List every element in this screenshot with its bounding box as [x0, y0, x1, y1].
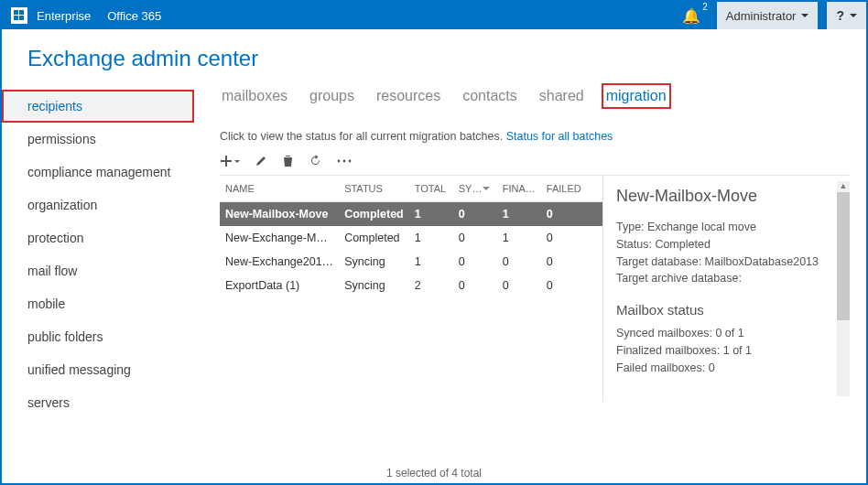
- topbar-tab-enterprise[interactable]: Enterprise: [37, 9, 91, 23]
- svg-point-5: [343, 159, 346, 162]
- tab-shared[interactable]: shared: [537, 86, 586, 106]
- scroll-thumb[interactable]: [837, 192, 850, 320]
- cell-total: 1: [409, 202, 453, 227]
- details-summary: Type: Exchange local moveStatus: Complet…: [616, 219, 844, 287]
- cell-name: New-Exchange-M…: [220, 226, 339, 250]
- cell-status: Syncing: [339, 274, 409, 297]
- cell-fin: 0: [497, 274, 541, 297]
- details-line: Type: Exchange local move: [616, 219, 844, 236]
- sidebar-item-compliance-management[interactable]: compliance management: [2, 156, 194, 189]
- cell-name: New-Exchange201…: [220, 250, 339, 274]
- user-menu[interactable]: Administrator: [717, 2, 819, 29]
- cell-fin: 1: [497, 202, 541, 227]
- edit-button[interactable]: [255, 155, 267, 167]
- sidebar-item-mail-flow[interactable]: mail flow: [2, 254, 194, 287]
- office-logo-icon: [11, 7, 27, 24]
- svg-rect-1: [19, 10, 24, 15]
- notifications-icon[interactable]: 🔔2: [682, 7, 700, 25]
- sidebar-item-recipients[interactable]: recipients: [2, 90, 194, 123]
- help-menu[interactable]: ?: [827, 2, 866, 29]
- tab-mailboxes[interactable]: mailboxes: [220, 86, 289, 106]
- instruction-plain: Click to view the status for all current…: [220, 130, 506, 143]
- cell-name: ExportData (1): [220, 274, 339, 297]
- mailbox-line: Finalized mailboxes: 1 of 1: [616, 342, 844, 360]
- tab-contacts[interactable]: contacts: [461, 86, 519, 106]
- topbar-tab-office365[interactable]: Office 365: [107, 9, 161, 23]
- table-row[interactable]: New-Exchange-M…Completed1010: [220, 226, 602, 250]
- delete-button[interactable]: [282, 155, 294, 167]
- mailbox-status-block: Synced mailboxes: 0 of 1Finalized mailbo…: [616, 325, 844, 376]
- col-spacer: [587, 176, 602, 202]
- notifications-count: 2: [702, 2, 708, 12]
- col-name[interactable]: NAME: [220, 176, 339, 202]
- cell-fail: 0: [541, 250, 587, 274]
- sidebar-item-organization[interactable]: organization: [2, 189, 194, 221]
- svg-point-4: [338, 159, 341, 162]
- cell-sy: 0: [453, 202, 497, 227]
- details-line: Target database: MailboxDatabase2013: [616, 253, 844, 271]
- svg-point-6: [349, 159, 352, 162]
- status-all-batches-link[interactable]: Status for all batches: [506, 130, 613, 143]
- cell-fail: 0: [541, 274, 587, 297]
- svg-rect-3: [19, 16, 24, 20]
- scroll-up-icon[interactable]: ▲: [837, 181, 850, 190]
- cell-sy: 0: [453, 274, 497, 297]
- sidebar-item-mobile[interactable]: mobile: [2, 287, 194, 320]
- cell-status: Completed: [339, 202, 409, 227]
- col-status[interactable]: STATUS: [339, 176, 409, 202]
- cell-total: 2: [409, 274, 453, 297]
- table-row[interactable]: ExportData (1)Syncing2000: [220, 274, 602, 297]
- cell-fail: 0: [541, 226, 587, 250]
- details-title: New-Mailbox-Move: [616, 187, 844, 206]
- mailbox-line: Failed mailboxes: 0: [616, 360, 844, 377]
- cell-name: New-Mailbox-Move: [220, 202, 339, 227]
- cell-sy: 0: [453, 250, 497, 274]
- table-row[interactable]: New-Mailbox-MoveCompleted1010: [220, 202, 602, 227]
- top-bar: Enterprise Office 365 🔔2 Administrator ?: [2, 2, 866, 29]
- sort-desc-icon: [483, 187, 490, 194]
- tab-resources[interactable]: resources: [374, 86, 442, 106]
- mailbox-status-heading: Mailbox status: [616, 302, 844, 318]
- tab-migration[interactable]: migration: [604, 86, 668, 106]
- refresh-button[interactable]: [309, 154, 322, 167]
- details-scrollbar[interactable]: ▲: [837, 181, 850, 396]
- col-synced[interactable]: SY…: [453, 176, 497, 202]
- cell-status: Syncing: [339, 250, 409, 274]
- sidebar-item-unified-messaging[interactable]: unified messaging: [2, 353, 194, 386]
- tab-groups[interactable]: groups: [308, 86, 356, 106]
- details-line: Target archive database:: [616, 270, 844, 287]
- content: mailboxesgroupsresourcescontactssharedmi…: [194, 86, 866, 461]
- sidebar-item-permissions[interactable]: permissions: [2, 123, 194, 156]
- col-final[interactable]: FINA…: [497, 176, 541, 202]
- page-title: Exchange admin center: [2, 29, 866, 86]
- mailbox-line: Synced mailboxes: 0 of 1: [616, 325, 844, 342]
- more-button[interactable]: [337, 158, 352, 164]
- cell-fin: 0: [497, 250, 541, 274]
- cell-status: Completed: [339, 226, 409, 250]
- details-pane: New-Mailbox-Move Type: Exchange local mo…: [602, 176, 850, 402]
- details-fade: [603, 389, 837, 402]
- svg-rect-2: [14, 16, 18, 20]
- toolbar: [220, 154, 850, 167]
- cell-fail: 0: [541, 202, 587, 227]
- instruction-text: Click to view the status for all current…: [220, 130, 850, 143]
- table-row[interactable]: New-Exchange201…Syncing1000: [220, 250, 602, 274]
- col-failed[interactable]: FAILED: [541, 176, 587, 202]
- details-line: Status: Completed: [616, 236, 844, 253]
- sidebar-item-public-folders[interactable]: public folders: [2, 320, 194, 353]
- cell-fin: 1: [497, 226, 541, 250]
- col-total[interactable]: TOTAL: [409, 176, 453, 202]
- cell-total: 1: [409, 226, 453, 250]
- selection-status: 1 selected of 4 total: [2, 467, 866, 480]
- new-button[interactable]: [220, 155, 240, 167]
- cell-total: 1: [409, 250, 453, 274]
- sidebar-item-protection[interactable]: protection: [2, 221, 194, 254]
- sidebar: recipientspermissionscompliance manageme…: [2, 86, 194, 461]
- svg-rect-0: [14, 10, 18, 15]
- cell-sy: 0: [453, 226, 497, 250]
- subtabs: mailboxesgroupsresourcescontactssharedmi…: [220, 86, 850, 106]
- migration-table: NAME STATUS TOTAL SY… FINA… FAILED New-M…: [220, 176, 602, 297]
- sidebar-item-servers[interactable]: servers: [2, 386, 194, 419]
